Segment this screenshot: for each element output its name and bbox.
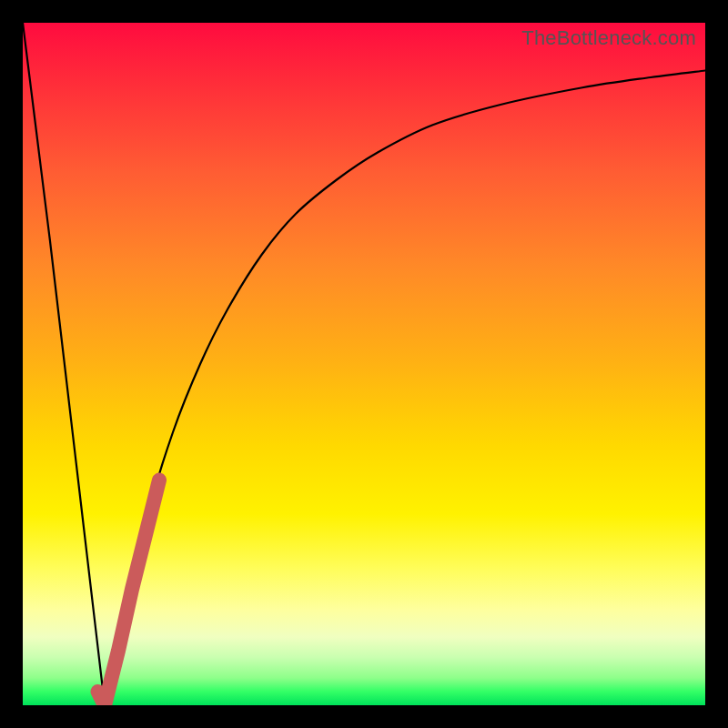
- chart-frame: TheBottleneck.com: [0, 0, 728, 728]
- curve-layer: [23, 23, 705, 705]
- curve-left-descent: [23, 23, 105, 705]
- plot-area: TheBottleneck.com: [23, 23, 705, 705]
- highlight-marker: [98, 480, 160, 706]
- curve-right-ascent: [105, 71, 705, 706]
